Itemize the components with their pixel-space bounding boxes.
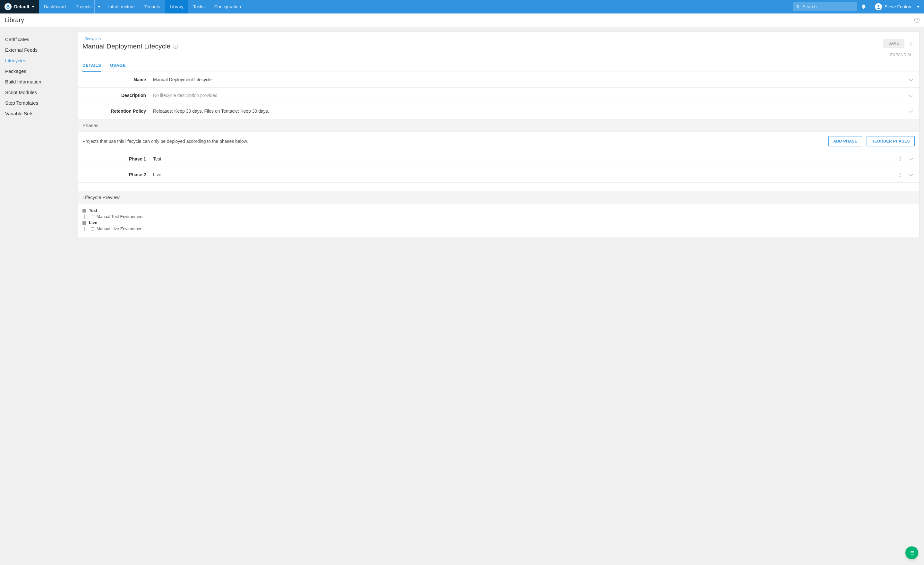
tasks-fab[interactable] (905, 546, 918, 559)
sidebar-item-variable-sets[interactable]: Variable Sets (0, 108, 78, 119)
value-description: No lifecycle description provided (153, 93, 907, 98)
chevron-down-icon (32, 6, 34, 8)
row-retention[interactable]: Retention Policy Releases: Keep 30 days.… (78, 104, 919, 119)
tabs: DETAILS USAGE (78, 57, 919, 72)
expand-retention[interactable] (907, 107, 915, 115)
chevron-down-icon (909, 108, 913, 113)
global-search[interactable] (793, 2, 857, 11)
bell-icon (861, 4, 866, 9)
space-name: Default (14, 4, 29, 9)
value-name: Manual Deployment Lifecycle (153, 77, 907, 82)
sidebar-item-certificates[interactable]: Certificates (0, 34, 78, 45)
help-icon[interactable]: ? (914, 18, 920, 23)
expand-description[interactable] (907, 92, 915, 99)
nav-projects-menu[interactable] (94, 0, 104, 14)
phase-tools: Projects that use this lifecycle can onl… (78, 132, 919, 151)
sidebar: Certificates External Feeds Lifecycles P… (0, 27, 78, 565)
tab-details[interactable]: DETAILS (82, 63, 101, 72)
preview-phase: Test (82, 208, 915, 213)
chevron-down-icon (909, 92, 913, 97)
sidebar-item-build-information[interactable]: Build Information (0, 77, 78, 87)
phase-row[interactable]: Phase 1 Test (78, 151, 919, 167)
topnav: Default Dashboard Projects Infrastructur… (0, 0, 924, 14)
avatar-icon (875, 3, 882, 10)
nav-projects[interactable]: Projects (70, 0, 94, 14)
tab-usage[interactable]: USAGE (110, 63, 126, 72)
nav-configuration[interactable]: Configuration (210, 0, 246, 14)
phase-row[interactable]: Phase 2 Live (78, 167, 919, 183)
phase-name: Live (153, 172, 896, 177)
expand-phase[interactable] (907, 171, 915, 179)
nav-library[interactable]: Library (165, 0, 188, 14)
page-title: Library (4, 17, 24, 24)
space-switcher[interactable]: Default (0, 0, 39, 14)
square-icon (82, 221, 86, 225)
lifecycle-title: Manual Deployment Lifecycle (82, 42, 170, 50)
preview-env-name: Manual Test Environment (97, 214, 143, 219)
tasks-icon (909, 550, 915, 556)
expand-phase[interactable] (907, 155, 915, 163)
tree-branch-icon (84, 227, 89, 231)
octopus-logo-icon (4, 3, 12, 10)
sidebar-item-script-modules[interactable]: Script Modules (0, 87, 78, 98)
preview-environment: Manual Live Environment (84, 226, 915, 231)
preview-env-name: Manual Live Environment (97, 226, 144, 231)
sidebar-item-lifecycles[interactable]: Lifecycles (0, 55, 78, 66)
user-menu[interactable]: Steve Fenton (870, 0, 924, 14)
sidebar-item-step-templates[interactable]: Step Templates (0, 98, 78, 108)
search-input[interactable] (802, 4, 854, 9)
label-description: Description (82, 93, 153, 98)
value-retention: Releases: Keep 30 days. Files on Tentacl… (153, 108, 907, 114)
preview-phase-name: Live (89, 220, 97, 225)
reorder-phases-button[interactable]: REORDER PHASES (867, 136, 915, 146)
notifications-button[interactable] (857, 0, 870, 14)
overflow-menu[interactable] (907, 39, 915, 47)
nav-items: Dashboard Projects Infrastructure Tenant… (39, 0, 245, 14)
nav-infrastructure[interactable]: Infrastructure (104, 0, 140, 14)
preview-phase-name: Test (89, 208, 97, 213)
phase-menu[interactable] (896, 155, 904, 163)
square-outline-icon (91, 215, 94, 218)
phase-label: Phase 1 (82, 156, 153, 161)
square-outline-icon (91, 227, 94, 230)
save-button[interactable]: SAVE (883, 39, 904, 48)
page-header: Library ? (0, 14, 924, 27)
chevron-down-icon (917, 6, 920, 8)
lifecycle-card: Lifecycles Manual Deployment Lifecycle ?… (78, 32, 920, 238)
svg-point-0 (796, 6, 798, 8)
sidebar-item-external-feeds[interactable]: External Feeds (0, 45, 78, 55)
expand-all-button[interactable]: EXPAND ALL (78, 50, 919, 57)
phase-menu[interactable] (896, 171, 904, 179)
phases-hint: Projects that use this lifecycle can onl… (82, 139, 824, 144)
chevron-down-icon (909, 77, 913, 81)
chevron-down-icon (909, 156, 913, 161)
expand-name[interactable] (907, 76, 915, 83)
nav-tenants[interactable]: Tenants (140, 0, 165, 14)
sidebar-item-packages[interactable]: Packages (0, 66, 78, 77)
tree-branch-icon (84, 215, 89, 219)
row-name[interactable]: Name Manual Deployment Lifecycle (78, 72, 919, 88)
square-icon (82, 209, 86, 212)
label-name: Name (82, 77, 153, 82)
search-icon (796, 5, 800, 9)
nav-tasks[interactable]: Tasks (188, 0, 210, 14)
preview-environment: Manual Test Environment (84, 214, 915, 219)
label-retention: Retention Policy (82, 108, 153, 114)
phase-label: Phase 2 (82, 172, 153, 177)
row-description[interactable]: Description No lifecycle description pro… (78, 88, 919, 104)
breadcrumb[interactable]: Lifecycles (82, 36, 883, 41)
nav-dashboard[interactable]: Dashboard (39, 0, 70, 14)
help-icon[interactable]: ? (173, 44, 178, 49)
phases-section-title: Phases (78, 119, 919, 132)
preview-phase: Live (82, 220, 915, 225)
add-phase-button[interactable]: ADD PHASE (828, 136, 862, 146)
phase-name: Test (153, 156, 896, 161)
user-name: Steve Fenton (885, 4, 911, 9)
chevron-down-icon (909, 172, 913, 176)
chevron-down-icon (98, 6, 100, 8)
preview-section-title: Lifecycle Preview (78, 191, 919, 204)
svg-line-1 (798, 8, 799, 8)
lifecycle-preview: Test Manual Test Environment Live Manual… (78, 204, 919, 237)
